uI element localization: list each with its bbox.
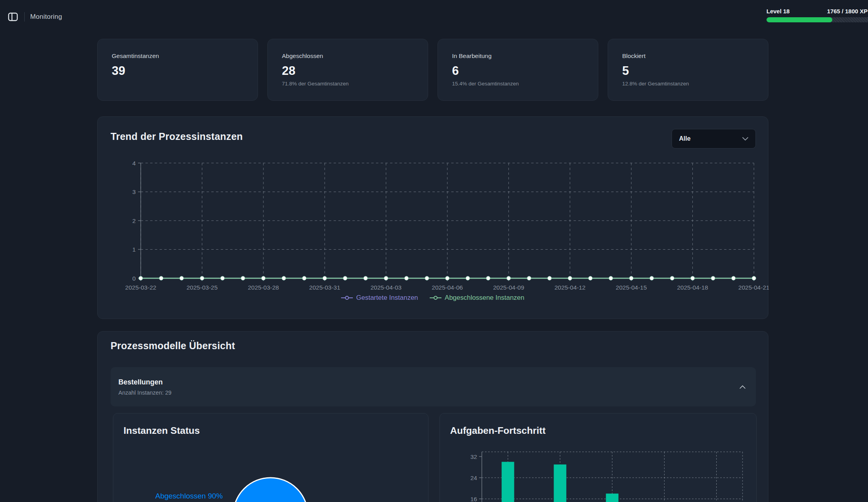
stat-value: 28 (282, 65, 414, 77)
legend-line-icon (430, 295, 441, 300)
stat-subtext: 71.8% der Gesamtinstanzen (282, 81, 414, 87)
stat-label: Gesamtinstanzen (112, 53, 243, 60)
stat-label: In Bearbeitung (452, 53, 584, 60)
monitoring-dashboard: Monitoring Level 18 1765 / 1800 XP Gesam… (0, 0, 868, 502)
svg-text:2025-04-12: 2025-04-12 (554, 284, 585, 291)
svg-text:16: 16 (470, 496, 477, 502)
legend-label: Abgeschlossene Instanzen (445, 294, 524, 302)
legend-label: Gestartete Instanzen (356, 294, 418, 302)
svg-text:24: 24 (470, 475, 478, 481)
stat-value: 39 (112, 65, 243, 77)
chart-legend: Gestartete Instanzen Abgeschlossene Inst… (98, 294, 768, 302)
trend-filter-value: Alle (679, 135, 690, 142)
page-title: Monitoring (30, 13, 62, 21)
header-left: Monitoring (7, 11, 62, 23)
trend-filter-select[interactable]: Alle (672, 129, 756, 149)
level-label: Level 18 (766, 8, 790, 14)
panel-left-icon (8, 12, 18, 22)
accordion-subtitle: Anzahl Instanzen: 29 (118, 390, 171, 396)
pie-slice-label: Abgeschlossen 90% (155, 492, 223, 500)
legend-item-abgeschlossene-instanzen[interactable]: Abgeschlossene Instanzen (430, 294, 524, 302)
stat-card-in-bearbeitung: In Bearbeitung 6 15.4% der Gesamtinstanz… (438, 39, 598, 101)
svg-text:2025-04-06: 2025-04-06 (432, 284, 463, 291)
xp-block: Level 18 1765 / 1800 XP (766, 8, 868, 22)
chevron-down-icon (742, 137, 748, 141)
models-title: Prozessmodelle Übersicht (111, 340, 235, 352)
status-card-title: Instanzen Status (123, 425, 200, 436)
svg-text:2025-03-28: 2025-03-28 (248, 284, 279, 291)
process-models-card: Prozessmodelle Übersicht Bestellungen An… (97, 331, 768, 502)
svg-text:4: 4 (132, 160, 136, 167)
stat-label: Abgeschlossen (282, 53, 414, 60)
svg-text:2: 2 (132, 217, 136, 224)
stat-label: Blockiert (622, 53, 754, 60)
svg-text:2025-04-21: 2025-04-21 (738, 284, 769, 291)
svg-text:2025-04-03: 2025-04-03 (370, 284, 401, 291)
stat-value: 6 (452, 65, 584, 77)
trend-line-chart: 012342025-03-222025-03-252025-03-282025-… (98, 117, 769, 319)
accordion-title: Bestellungen (118, 378, 171, 386)
stat-subtext: 15.4% der Gesamtinstanzen (452, 81, 584, 87)
svg-text:0: 0 (132, 275, 136, 282)
sidebar-toggle-button[interactable] (7, 11, 19, 23)
svg-text:2025-03-25: 2025-03-25 (187, 284, 218, 291)
stat-subtext: 12.8% der Gesamtinstanzen (622, 81, 754, 87)
tasks-card-title: Aufgaben-Fortschritt (450, 425, 546, 436)
legend-line-icon (341, 295, 353, 300)
instance-status-card: Instanzen Status Abgeschlossen 90% (113, 413, 429, 502)
svg-text:32: 32 (470, 453, 477, 460)
svg-text:2025-04-15: 2025-04-15 (616, 284, 647, 291)
svg-text:2025-03-22: 2025-03-22 (125, 284, 156, 291)
stat-card-gesamtinstanzen: Gesamtinstanzen 39 (97, 39, 258, 101)
svg-text:2025-04-18: 2025-04-18 (677, 284, 708, 291)
stat-card-blockiert: Blockiert 5 12.8% der Gesamtinstanzen (608, 39, 768, 101)
svg-text:2025-04-09: 2025-04-09 (493, 284, 524, 291)
svg-text:1: 1 (132, 246, 136, 253)
xp-progress-fill (766, 17, 832, 22)
stat-value: 5 (622, 65, 754, 77)
svg-text:2025-03-31: 2025-03-31 (309, 284, 340, 291)
stat-card-abgeschlossen: Abgeschlossen 28 71.8% der Gesamtinstanz… (267, 39, 428, 101)
svg-text:3: 3 (132, 188, 136, 195)
chevron-up-icon (739, 385, 746, 389)
trend-card: Trend der Prozessinstanzen Alle 01234202… (97, 116, 768, 319)
task-progress-card: Aufgaben-Fortschritt 322416 (439, 413, 757, 502)
trend-title: Trend der Prozessinstanzen (111, 131, 243, 142)
xp-progress-bar (766, 17, 868, 22)
xp-label: 1765 / 1800 XP (827, 8, 868, 14)
accordion-bestellungen[interactable]: Bestellungen Anzahl Instanzen: 29 (111, 367, 756, 406)
legend-item-gestartete-instanzen[interactable]: Gestartete Instanzen (341, 294, 418, 302)
header-divider (24, 12, 25, 22)
